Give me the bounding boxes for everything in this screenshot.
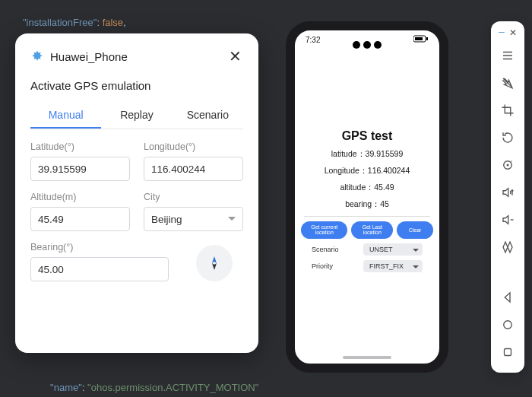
dialog-title: Huawei_Phone [50, 50, 128, 63]
rotate-icon[interactable] [501, 131, 515, 145]
longitude-input[interactable] [144, 157, 243, 181]
gps-alt: altitude：45.49 [301, 183, 433, 193]
gps-lat: latitude：39.915599 [301, 149, 433, 160]
location-icon[interactable] [501, 158, 515, 172]
phone-notch [353, 41, 382, 49]
bearing-label: Bearing(°) [30, 242, 169, 252]
priority-label: Priority [312, 262, 333, 270]
compass-icon [196, 245, 233, 281]
pointer-off-icon[interactable] [501, 76, 515, 90]
bearing-input[interactable] [30, 257, 169, 281]
get-last-location-button[interactable]: Get Last location [351, 221, 393, 239]
recent-icon[interactable] [501, 345, 515, 359]
home-icon[interactable] [501, 318, 515, 332]
latitude-input[interactable] [30, 157, 130, 181]
svg-rect-3 [415, 37, 423, 40]
gps-bearing: bearing：45 [301, 199, 433, 210]
tabs: Manual Replay Scenario [30, 103, 243, 129]
phone-time: 7:32 [306, 36, 320, 44]
battery-icon [413, 35, 429, 44]
minimize-icon[interactable]: – [499, 27, 505, 38]
latitude-label: Latitude(°) [30, 141, 130, 152]
svg-rect-8 [505, 349, 511, 356]
close-emulator-icon[interactable]: ✕ [509, 27, 517, 38]
menu-icon[interactable] [501, 49, 515, 62]
scenario-label: Scenario [312, 246, 339, 253]
svg-rect-4 [426, 37, 428, 40]
svg-marker-1 [212, 263, 217, 270]
svg-point-7 [504, 321, 512, 329]
city-select[interactable] [144, 207, 243, 231]
gps-lon: Longitude：116.400244 [301, 166, 433, 176]
city-label: City [144, 192, 243, 202]
longitude-label: Longitude(°) [144, 141, 243, 152]
volume-up-icon[interactable] [501, 186, 515, 199]
svg-point-6 [507, 164, 509, 167]
clear-button[interactable]: Clear [397, 221, 433, 239]
tab-manual[interactable]: Manual [30, 103, 101, 129]
phone-preview: 7:32 GPS test latitude：39.915599 Longitu… [286, 21, 448, 373]
close-icon[interactable]: ✕ [226, 47, 243, 65]
crop-icon[interactable] [501, 103, 515, 117]
priority-select[interactable]: FIRST_FIX [363, 260, 423, 272]
get-current-location-button[interactable]: Get current location [301, 221, 347, 239]
device-icon [30, 49, 44, 63]
tab-replay[interactable]: Replay [101, 103, 172, 129]
altitude-label: Altitude(m) [30, 192, 130, 202]
emulator-toolbar: – ✕ [491, 21, 524, 373]
back-icon[interactable] [501, 291, 515, 304]
scenario-select[interactable]: UNSET [363, 243, 423, 256]
dialog-subtitle: Activate GPS emulation [30, 79, 243, 92]
altitude-input[interactable] [30, 207, 130, 231]
gps-dialog: Huawei_Phone ✕ Activate GPS emulation Ma… [15, 33, 258, 353]
tab-scenario[interactable]: Scenario [173, 103, 243, 129]
shake-icon[interactable] [501, 240, 515, 254]
home-indicator [343, 356, 391, 359]
gps-test-title: GPS test [301, 129, 433, 143]
svg-marker-0 [212, 256, 217, 263]
volume-down-icon[interactable] [501, 213, 515, 227]
